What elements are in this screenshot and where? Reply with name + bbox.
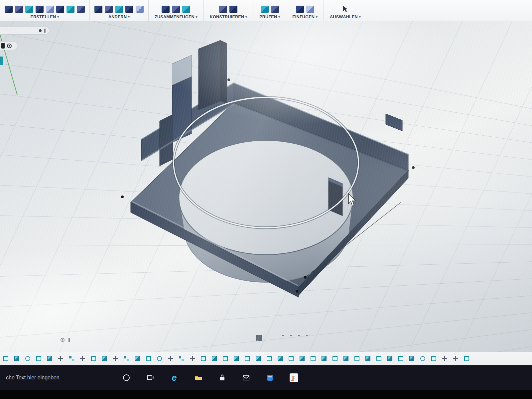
palette-tab[interactable] xyxy=(0,57,3,65)
timeline-item-pair[interactable] xyxy=(124,356,129,361)
timeline-item-move[interactable] xyxy=(113,356,118,361)
modify-shell-icon[interactable] xyxy=(105,6,113,13)
modify-fillet-icon[interactable] xyxy=(94,6,102,13)
assemble-joint-icon[interactable] xyxy=(172,6,180,13)
menu-zusammenfuegen[interactable]: ZUSAMMENFÜGEN ▾ xyxy=(153,14,199,20)
edge-icon[interactable]: e xyxy=(170,373,179,382)
timeline-item-sketch[interactable] xyxy=(91,356,96,361)
timeline-item-sketch[interactable] xyxy=(464,356,469,361)
timeline-item-body[interactable] xyxy=(135,356,140,361)
construct-axis-icon[interactable] xyxy=(229,6,237,13)
fit-button[interactable] xyxy=(281,334,285,337)
origin-collapsed-bar[interactable] xyxy=(0,41,17,50)
look-at-button[interactable] xyxy=(263,335,265,336)
viewports-button[interactable] xyxy=(305,334,309,337)
modify-press-pull-icon[interactable] xyxy=(125,6,133,13)
timeline-item-move[interactable] xyxy=(442,356,447,361)
timeline-item-move[interactable] xyxy=(453,356,458,361)
timeline-item-pair[interactable] xyxy=(69,356,74,361)
fusion-360-icon[interactable]: F xyxy=(289,373,299,382)
model-tab-tall[interactable] xyxy=(199,40,220,110)
timeline-item-body[interactable] xyxy=(387,356,392,361)
zoom-button[interactable] xyxy=(275,335,277,336)
pan-button[interactable] xyxy=(269,335,271,336)
timeline-item-body[interactable] xyxy=(409,356,414,361)
timeline-item-sketch[interactable] xyxy=(332,356,337,361)
timeline-item-sketch[interactable] xyxy=(36,356,41,361)
timeline-item-pair[interactable] xyxy=(179,356,184,361)
cortana-icon[interactable] xyxy=(122,373,131,382)
assemble-rigid-group-icon[interactable] xyxy=(182,6,190,13)
timeline-marker-icon[interactable] xyxy=(61,338,65,342)
modify-scale-icon[interactable] xyxy=(136,6,144,13)
menu-einfuegen[interactable]: EINFÜGEN ▾ xyxy=(291,14,319,20)
vertex-point[interactable] xyxy=(296,290,298,293)
timeline-item-move[interactable] xyxy=(80,356,85,361)
timeline-item-ring[interactable] xyxy=(25,356,30,361)
timeline-item-sketch[interactable] xyxy=(311,356,316,361)
model-tab-right[interactable] xyxy=(386,114,402,131)
vertex-point[interactable] xyxy=(121,196,124,198)
assemble-new-component-icon[interactable] xyxy=(162,6,170,13)
timeline-item-move[interactable] xyxy=(58,356,63,361)
taskbar-search-input[interactable]: che Text hier eingeben xyxy=(6,365,60,390)
menu-auswaehlen[interactable]: AUSWÄHLEN ▾ xyxy=(329,14,362,20)
timeline-item-sketch[interactable] xyxy=(3,356,8,361)
browser-collapsed-bar[interactable] xyxy=(0,27,49,35)
timeline-item-body[interactable] xyxy=(343,356,348,361)
create-sketch-icon[interactable] xyxy=(25,6,33,13)
timeline-item-ring[interactable] xyxy=(157,356,162,361)
office-doc-icon[interactable] xyxy=(265,373,275,382)
create-box-icon[interactable] xyxy=(5,6,13,13)
viewport-3d[interactable] xyxy=(0,21,532,352)
timeline-item-body[interactable] xyxy=(365,356,370,361)
grid-button[interactable] xyxy=(297,334,301,337)
timeline-item-body[interactable] xyxy=(14,356,19,361)
timeline-item-body[interactable] xyxy=(322,356,327,361)
drag-grip-icon[interactable] xyxy=(44,29,46,33)
model-tab-small[interactable] xyxy=(160,114,173,166)
chevron-down-icon[interactable] xyxy=(282,335,284,336)
timeline-item-move[interactable] xyxy=(190,356,195,361)
timeline-item-sketch[interactable] xyxy=(223,356,228,361)
create-cylinder-icon[interactable] xyxy=(15,6,23,13)
timeline-item-sketch[interactable] xyxy=(245,356,250,361)
fan-hole-opening[interactable] xyxy=(179,140,353,255)
create-loft-icon[interactable] xyxy=(66,6,74,13)
timeline-item-sketch[interactable] xyxy=(146,356,151,361)
insert-svg-icon[interactable] xyxy=(306,6,314,13)
task-view-icon[interactable] xyxy=(146,373,155,382)
inspect-section-icon[interactable] xyxy=(271,6,279,13)
modify-combine-icon[interactable] xyxy=(115,6,123,13)
menu-pruefen[interactable]: PRÜFEN ▾ xyxy=(258,14,281,20)
chevron-down-icon[interactable] xyxy=(298,335,300,336)
vertex-point[interactable] xyxy=(412,166,415,169)
panel-tab-icon[interactable] xyxy=(1,43,5,49)
timeline-item-body[interactable] xyxy=(47,356,52,361)
create-extrude-icon[interactable] xyxy=(36,6,44,13)
display-settings-button[interactable] xyxy=(289,334,293,337)
menu-konstruieren[interactable]: KONSTRUIEREN ▾ xyxy=(208,14,248,20)
timeline-item-body[interactable] xyxy=(212,356,217,361)
timeline-item-sketch[interactable] xyxy=(376,356,381,361)
create-revolve-icon[interactable] xyxy=(46,6,54,13)
timeline-item-body[interactable] xyxy=(278,356,283,361)
timeline-item-sketch[interactable] xyxy=(431,356,436,361)
timeline-item-sketch[interactable] xyxy=(289,356,294,361)
timeline-item-body[interactable] xyxy=(300,356,305,361)
chevron-down-icon[interactable] xyxy=(306,335,308,336)
create-sweep-icon[interactable] xyxy=(56,6,64,13)
timeline-item-sketch[interactable] xyxy=(398,356,403,361)
insert-mesh-icon[interactable] xyxy=(296,6,304,13)
menu-aendern[interactable]: ÄNDERN ▾ xyxy=(107,14,131,20)
vertex-point[interactable] xyxy=(304,276,307,279)
timeline-item-sketch[interactable] xyxy=(267,356,272,361)
file-explorer-icon[interactable] xyxy=(194,373,203,382)
fan-mount-model[interactable] xyxy=(121,40,415,297)
create-hole-icon[interactable] xyxy=(77,6,85,13)
timeline-item-body[interactable] xyxy=(256,356,261,361)
chevron-down-icon[interactable] xyxy=(290,335,292,336)
select-cursor-icon[interactable] xyxy=(341,5,349,13)
menu-erstellen[interactable]: ERSTELLEN ▾ xyxy=(29,14,61,20)
timeline-pause-icon[interactable] xyxy=(68,338,70,342)
